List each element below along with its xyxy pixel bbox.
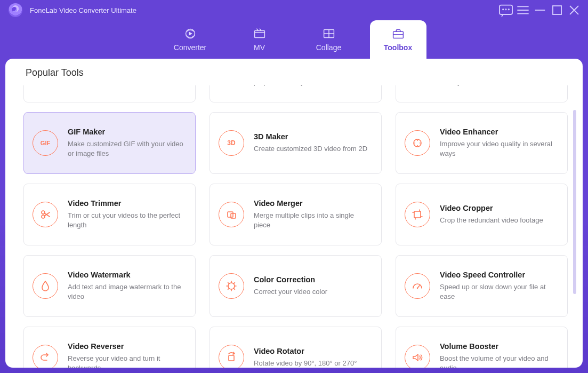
color-icon xyxy=(219,273,244,299)
card-text: Video Watermark Add text and image water… xyxy=(68,271,186,301)
maximize-icon[interactable] xyxy=(549,2,566,19)
card-text: Video Enhancer Improve your video qualit… xyxy=(440,128,558,158)
main-nav: Converter MV Collage Toolbox xyxy=(0,20,588,59)
tool-card-merge[interactable]: Video Merger Merge multiple clips into a… xyxy=(210,184,382,245)
card-text: Video Watermark Remover Remove the water… xyxy=(440,85,558,87)
card-text: Video Merger Merge multiple clips into a… xyxy=(254,199,372,229)
card-title: Video Reverser xyxy=(68,342,186,351)
card-title: Video Merger xyxy=(254,199,372,208)
card-text: Video Reverser Reverse your video and tu… xyxy=(68,342,186,368)
tool-card-color[interactable]: Color Correction Correct your video colo… xyxy=(210,255,382,317)
scrollbar-thumb[interactable] xyxy=(573,110,576,294)
card-desc: Remove the watermark from the video flex… xyxy=(440,85,558,87)
card-desc: Boost the volume of your video and audio xyxy=(440,354,558,368)
card-desc: Make customized GIF with your video or i… xyxy=(68,139,186,158)
card-desc: Compress your video files to the proper … xyxy=(254,85,372,87)
svg-point-2 xyxy=(505,9,506,10)
card-title: Color Correction xyxy=(254,275,372,284)
card-text: 3D Maker Create customized 3D video from… xyxy=(254,132,372,154)
card-desc: Keep original file info or edit as you w… xyxy=(68,85,186,87)
card-desc: Trim or cut your videos to the perfect l… xyxy=(68,211,186,229)
svg-point-25 xyxy=(417,288,418,289)
tool-card-enhance[interactable]: Video Enhancer Improve your video qualit… xyxy=(396,112,568,174)
card-title: Video Speed Controller xyxy=(440,271,558,279)
tool-card-compress[interactable]: Video Compressor Compress your video fil… xyxy=(210,85,382,102)
card-title: 3D Maker xyxy=(254,132,372,141)
svg-rect-7 xyxy=(254,30,264,37)
tab-label: Collage xyxy=(316,43,341,52)
card-text: Color Correction Correct your video colo… xyxy=(254,275,372,297)
tool-card-rotate[interactable]: Video Rotator Rotate video by 90°, 180° … xyxy=(210,327,382,368)
app-logo xyxy=(9,3,22,17)
gif-icon: GIF xyxy=(33,130,58,156)
tool-card-trim[interactable]: Video Trimmer Trim or cut your videos to… xyxy=(23,184,196,245)
svg-point-17 xyxy=(420,142,421,144)
minimize-icon[interactable] xyxy=(531,2,549,19)
card-text: Media Metadata Editor Keep original file… xyxy=(68,85,186,87)
enhance-icon xyxy=(405,130,430,156)
card-text: Video Rotator Rotate video by 90°, 180° … xyxy=(254,347,372,368)
tool-card-reverse[interactable]: Video Reverser Reverse your video and tu… xyxy=(23,327,196,368)
content-pane: Popular Tools i Media Metadata Editor Ke… xyxy=(5,59,583,368)
svg-text:GIF: GIF xyxy=(41,140,51,146)
svg-rect-23 xyxy=(414,211,421,218)
svg-point-16 xyxy=(414,142,415,144)
trim-icon xyxy=(33,202,58,227)
tool-card-gif[interactable]: GIF GIF Maker Make customized GIF with y… xyxy=(23,112,196,174)
tool-grid-viewport: i Media Metadata Editor Keep original fi… xyxy=(5,85,571,368)
svg-rect-21 xyxy=(228,212,233,217)
reverse-icon xyxy=(33,345,58,368)
tab-collage[interactable]: Collage xyxy=(301,20,357,59)
tool-card-volume[interactable]: Volume Booster Boost the volume of your … xyxy=(396,327,568,368)
svg-point-3 xyxy=(509,9,509,10)
card-desc: Correct your video color xyxy=(254,287,372,297)
card-desc: Create customized 3D video from 2D xyxy=(254,144,372,154)
3d-icon: 3D xyxy=(219,130,244,156)
svg-point-18 xyxy=(417,145,418,146)
tab-converter[interactable]: Converter xyxy=(162,20,219,59)
card-title: Volume Booster xyxy=(440,342,558,351)
scrollbar-track[interactable] xyxy=(573,85,576,361)
card-title: Video Rotator xyxy=(254,347,372,355)
close-icon[interactable] xyxy=(566,2,583,19)
menu-icon[interactable] xyxy=(514,2,531,19)
speed-icon xyxy=(405,273,430,299)
card-text: Video Trimmer Trim or cut your videos to… xyxy=(68,199,186,229)
card-desc: Rotate video by 90°, 180° or 270° xyxy=(254,359,372,368)
section-title: Popular Tools xyxy=(5,59,583,84)
wm-icon xyxy=(33,273,58,299)
tool-card-meta[interactable]: i Media Metadata Editor Keep original fi… xyxy=(23,85,196,102)
card-desc: Improve your video quality in several wa… xyxy=(440,139,558,158)
title-bar: FoneLab Video Converter Ultimate xyxy=(0,0,588,20)
card-title: Video Watermark xyxy=(68,271,186,279)
tool-card-crop[interactable]: Video Cropper Crop the redundant video f… xyxy=(396,184,568,245)
tool-card-speed[interactable]: Video Speed Controller Speed up or slow … xyxy=(396,255,568,317)
tab-label: Toolbox xyxy=(384,43,412,52)
merge-icon xyxy=(219,202,244,227)
volume-icon xyxy=(405,345,430,368)
feedback-icon[interactable] xyxy=(497,2,514,19)
card-text: Video Compressor Compress your video fil… xyxy=(254,85,372,87)
card-text: Video Speed Controller Speed up or slow … xyxy=(440,271,558,301)
svg-point-15 xyxy=(417,140,418,141)
rotate-icon xyxy=(219,345,244,368)
card-title: Video Trimmer xyxy=(68,199,186,208)
card-desc: Add text and image watermark to the vide… xyxy=(68,282,186,301)
tool-card-wmremove[interactable]: Video Watermark Remover Remove the water… xyxy=(396,85,568,102)
card-title: GIF Maker xyxy=(68,128,186,136)
tab-toolbox[interactable]: Toolbox xyxy=(370,20,426,59)
svg-text:3D: 3D xyxy=(227,139,236,147)
card-text: Video Cropper Crop the redundant video f… xyxy=(440,204,558,225)
tab-mv[interactable]: MV xyxy=(231,20,288,59)
card-desc: Reverse your video and turn it backwards xyxy=(68,354,186,368)
card-desc: Crop the redundant video footage xyxy=(440,216,558,225)
tool-card-3d[interactable]: 3D 3D Maker Create customized 3D video f… xyxy=(210,112,382,174)
tool-card-wm[interactable]: Video Watermark Add text and image water… xyxy=(23,255,196,317)
svg-rect-4 xyxy=(553,6,561,14)
app-title: FoneLab Video Converter Ultimate xyxy=(30,6,136,14)
svg-marker-6 xyxy=(189,31,192,36)
card-desc: Merge multiple clips into a single piece xyxy=(254,211,372,229)
svg-rect-26 xyxy=(229,355,234,361)
crop-icon xyxy=(405,202,430,227)
card-desc: Speed up or slow down your file at ease xyxy=(440,282,558,301)
